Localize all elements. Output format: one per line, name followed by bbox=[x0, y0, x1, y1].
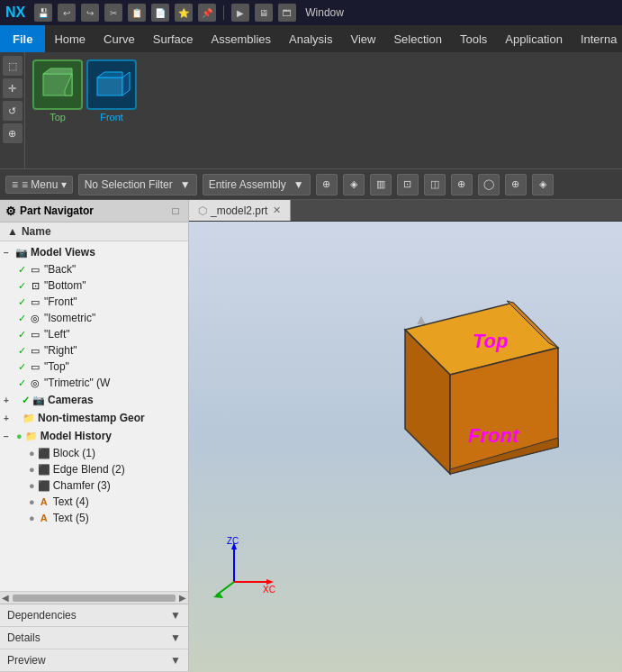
tree-item-chamfer[interactable]: ● ⬛ Chamfer (3) bbox=[0, 477, 188, 494]
scroll-left-icon[interactable]: ◀ bbox=[2, 593, 9, 603]
view-right-icon: ▭ bbox=[28, 343, 42, 358]
window-menu[interactable]: Window bbox=[305, 6, 344, 19]
copy-icon[interactable]: 📋 bbox=[128, 4, 146, 22]
part-navigator-tree: − 📷 Model Views ✓ ▭ "Back" ✓ ⊡ "Bottom" … bbox=[0, 241, 188, 591]
star-icon[interactable]: ⭐ bbox=[175, 4, 193, 22]
3d-viewport[interactable]: ⬡ _model2.prt ✕ ▲ bbox=[189, 200, 622, 672]
redo-icon[interactable]: ↪ bbox=[81, 4, 99, 22]
view-back-label: "Back" bbox=[44, 263, 76, 276]
paste-icon[interactable]: 📄 bbox=[151, 4, 169, 22]
tree-item-top[interactable]: ✓ ▭ "Top" bbox=[0, 359, 188, 375]
cameras-icon: 📷 bbox=[32, 393, 46, 407]
selection-filter-dropdown[interactable]: No Selection Filter ▼ bbox=[78, 174, 197, 195]
sort-icon[interactable]: ▲ bbox=[7, 225, 18, 238]
view-left-label: "Left" bbox=[44, 328, 70, 341]
tree-section-cameras[interactable]: + ✓ 📷 Cameras bbox=[0, 391, 188, 409]
zoom-tool-icon[interactable]: ⊕ bbox=[3, 123, 23, 143]
filter-icon-9[interactable]: ◈ bbox=[532, 174, 554, 195]
filter-icon-2[interactable]: ◈ bbox=[343, 174, 365, 195]
top-view-btn[interactable]: Top bbox=[32, 59, 83, 161]
check-chamfer: ● bbox=[29, 480, 35, 491]
tree-item-front[interactable]: ✓ ▭ "Front" bbox=[0, 294, 188, 310]
nx-logo: NX bbox=[5, 5, 25, 21]
scroll-right-icon[interactable]: ▶ bbox=[179, 593, 186, 603]
view-back-icon: ▭ bbox=[28, 262, 42, 277]
filter-icon-4[interactable]: ⊡ bbox=[397, 174, 419, 195]
tree-item-block[interactable]: ● ⬛ Block (1) bbox=[0, 445, 188, 461]
filter-icon-3[interactable]: ▥ bbox=[370, 174, 392, 195]
sidebar-scrollbar[interactable]: ◀ ▶ bbox=[0, 591, 188, 604]
settings-icon[interactable]: ⚙ bbox=[5, 204, 16, 218]
details-expand-icon[interactable]: ▼ bbox=[170, 631, 181, 644]
menu-selection[interactable]: Selection bbox=[384, 25, 450, 52]
undo-icon[interactable]: ↩ bbox=[58, 4, 76, 22]
assembly-filter-dropdown[interactable]: Entire Assembly ▼ bbox=[203, 174, 311, 195]
window-icon[interactable]: 🗔 bbox=[278, 4, 296, 22]
pin-icon[interactable]: 📌 bbox=[198, 4, 216, 22]
check-front: ✓ bbox=[18, 296, 26, 308]
expand-icon[interactable]: □ bbox=[168, 204, 183, 218]
expand-cameras[interactable]: + bbox=[4, 395, 14, 405]
filter-icon-1[interactable]: ⊕ bbox=[316, 174, 338, 195]
close-tab-icon[interactable]: ✕ bbox=[273, 204, 281, 216]
svg-text:ZC: ZC bbox=[227, 537, 239, 546]
model-history-icon: 📁 bbox=[24, 429, 39, 443]
dependencies-panel[interactable]: Dependencies ▼ bbox=[0, 604, 188, 627]
expand-model-history[interactable]: − bbox=[4, 431, 14, 441]
tree-item-edge-blend[interactable]: ● ⬛ Edge Blend (2) bbox=[0, 461, 188, 477]
title-bar: NX 💾 ↩ ↪ ✂ 📋 📄 ⭐ 📌 ▶ 🖥 🗔 Window bbox=[0, 0, 622, 25]
assembly-filter-label: Entire Assembly bbox=[209, 178, 286, 191]
menu-application[interactable]: Application bbox=[496, 25, 572, 52]
menu-btn[interactable]: ≡ ≡ Menu ▾ bbox=[5, 176, 73, 194]
play-icon[interactable]: ▶ bbox=[231, 4, 249, 22]
cut-icon[interactable]: ✂ bbox=[104, 4, 122, 22]
tree-section-non-timestamp[interactable]: + 📁 Non-timestamp Geor bbox=[0, 409, 188, 427]
check-model-history: ● bbox=[16, 431, 23, 441]
save-icon[interactable]: 💾 bbox=[34, 4, 52, 22]
sidebar-bottom-panels: Dependencies ▼ Details ▼ Preview ▼ bbox=[0, 604, 188, 672]
block-icon: ⬛ bbox=[37, 446, 51, 460]
preview-panel[interactable]: Preview ▼ bbox=[0, 649, 188, 672]
main-content: ⚙ Part Navigator □ ▲ Name − 📷 Model View… bbox=[0, 200, 622, 672]
expand-non-timestamp[interactable]: + bbox=[4, 413, 14, 423]
menu-view[interactable]: View bbox=[341, 25, 384, 52]
menu-analysis[interactable]: Analysis bbox=[280, 25, 341, 52]
menu-tools[interactable]: Tools bbox=[451, 25, 496, 52]
filter-icon-7[interactable]: ◯ bbox=[478, 174, 500, 195]
tree-item-trimetric[interactable]: ✓ ◎ "Trimetric" (W bbox=[0, 375, 188, 391]
scroll-thumb[interactable] bbox=[13, 595, 176, 602]
tree-item-bottom[interactable]: ✓ ⊡ "Bottom" bbox=[0, 277, 188, 294]
menu-home[interactable]: Home bbox=[45, 25, 95, 52]
svg-marker-5 bbox=[122, 72, 130, 95]
menu-internal[interactable]: Interna bbox=[572, 25, 622, 52]
block-label: Block (1) bbox=[53, 447, 95, 459]
tree-item-text5[interactable]: ● A Text (5) bbox=[0, 510, 188, 526]
monitor-icon[interactable]: 🖥 bbox=[255, 4, 273, 22]
front-view-label: Front bbox=[100, 112, 123, 123]
preview-expand-icon[interactable]: ▼ bbox=[170, 654, 181, 667]
details-panel[interactable]: Details ▼ bbox=[0, 627, 188, 649]
tree-item-left[interactable]: ✓ ▭ "Left" bbox=[0, 326, 188, 342]
viewport-tab-model[interactable]: ⬡ _model2.prt ✕ bbox=[189, 200, 291, 221]
front-view-btn[interactable]: Front bbox=[86, 59, 137, 161]
tree-item-right[interactable]: ✓ ▭ "Right" bbox=[0, 342, 188, 359]
tree-section-model-views[interactable]: − 📷 Model Views bbox=[0, 243, 188, 261]
move-tool-icon[interactable]: ✛ bbox=[3, 78, 23, 98]
tree-item-isometric[interactable]: ✓ ◎ "Isometric" bbox=[0, 310, 188, 326]
tree-item-text4[interactable]: ● A Text (4) bbox=[0, 494, 188, 510]
menu-assemblies[interactable]: Assemblies bbox=[203, 25, 280, 52]
front-view-preview bbox=[92, 65, 131, 104]
viewport-3d-content[interactable]: ▲ Top Front bbox=[189, 222, 622, 672]
tree-section-model-history[interactable]: − ● 📁 Model History bbox=[0, 427, 188, 445]
filter-icon-8[interactable]: ⊕ bbox=[505, 174, 527, 195]
dependencies-expand-icon[interactable]: ▼ bbox=[170, 609, 181, 622]
tree-item-back[interactable]: ✓ ▭ "Back" bbox=[0, 261, 188, 277]
menu-surface[interactable]: Surface bbox=[144, 25, 203, 52]
select-tool-icon[interactable]: ⬚ bbox=[3, 56, 23, 76]
filter-icon-5[interactable]: ◫ bbox=[424, 174, 446, 195]
menu-file[interactable]: File bbox=[0, 25, 45, 52]
menu-curve[interactable]: Curve bbox=[95, 25, 144, 52]
filter-icon-6[interactable]: ⊕ bbox=[451, 174, 473, 195]
expand-model-views[interactable]: − bbox=[4, 248, 14, 258]
rotate-tool-icon[interactable]: ↺ bbox=[3, 101, 23, 121]
